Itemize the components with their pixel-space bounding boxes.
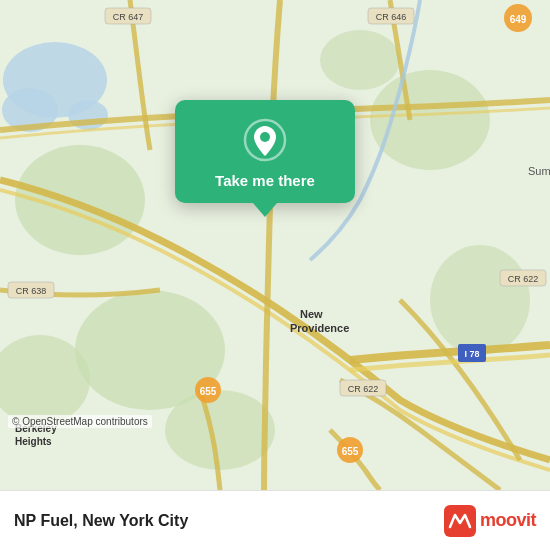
svg-point-7 [370, 70, 490, 170]
location-label: NP Fuel, New York City [14, 512, 188, 530]
moovit-icon [444, 505, 476, 537]
svg-text:Providence: Providence [290, 322, 349, 334]
take-me-there-button[interactable]: Take me there [215, 172, 315, 189]
svg-text:CR 622: CR 622 [348, 384, 379, 394]
svg-point-9 [165, 390, 275, 470]
moovit-text: moovit [480, 510, 536, 531]
svg-text:New: New [300, 308, 323, 320]
bottom-bar: NP Fuel, New York City moovit [0, 490, 550, 550]
svg-text:655: 655 [342, 446, 359, 457]
svg-point-10 [430, 245, 530, 355]
svg-text:I 78: I 78 [464, 349, 479, 359]
svg-point-8 [320, 30, 400, 90]
svg-point-35 [260, 132, 270, 142]
location-pin-icon [243, 118, 287, 162]
map-container: CR 647 CR 646 649 CR 622 CR 622 I 78 CR … [0, 0, 550, 490]
osm-credit: © OpenStreetMap contributors [8, 415, 152, 428]
svg-text:649: 649 [510, 14, 527, 25]
svg-text:655: 655 [200, 386, 217, 397]
popup-card: Take me there [175, 100, 355, 203]
svg-text:CR 622: CR 622 [508, 274, 539, 284]
moovit-logo: moovit [444, 505, 536, 537]
svg-text:CR 647: CR 647 [113, 12, 144, 22]
svg-text:CR 638: CR 638 [16, 286, 47, 296]
svg-text:CR 646: CR 646 [376, 12, 407, 22]
svg-text:Sum...: Sum... [528, 165, 550, 177]
svg-text:Heights: Heights [15, 436, 52, 447]
